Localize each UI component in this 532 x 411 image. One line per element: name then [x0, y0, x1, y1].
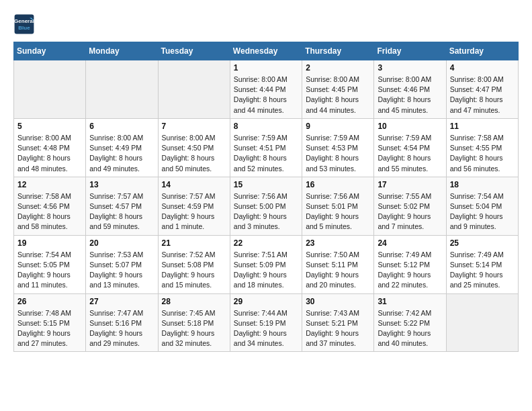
calendar-cell: 27Sunrise: 7:47 AM Sunset: 5:16 PM Dayli…: [86, 293, 158, 352]
day-info: Sunrise: 7:54 AM Sunset: 5:04 PM Dayligh…: [450, 191, 515, 232]
svg-text:General: General: [14, 18, 34, 24]
day-number: 7: [162, 122, 226, 131]
calendar-cell: 5Sunrise: 8:00 AM Sunset: 4:48 PM Daylig…: [14, 118, 86, 177]
day-info: Sunrise: 7:51 AM Sunset: 5:09 PM Dayligh…: [234, 250, 298, 291]
day-info: Sunrise: 7:59 AM Sunset: 4:51 PM Dayligh…: [234, 133, 298, 174]
day-info: Sunrise: 7:57 AM Sunset: 4:59 PM Dayligh…: [162, 191, 226, 232]
day-number: 11: [450, 122, 515, 131]
calendar-table: SundayMondayTuesdayWednesdayThursdayFrid…: [13, 42, 519, 352]
calendar-cell: 16Sunrise: 7:56 AM Sunset: 5:01 PM Dayli…: [302, 177, 374, 235]
day-info: Sunrise: 7:44 AM Sunset: 5:19 PM Dayligh…: [234, 308, 298, 349]
calendar-cell: 23Sunrise: 7:50 AM Sunset: 5:11 PM Dayli…: [302, 235, 374, 293]
day-info: Sunrise: 7:56 AM Sunset: 5:01 PM Dayligh…: [306, 191, 370, 232]
day-number: 6: [89, 122, 154, 131]
calendar-header: SundayMondayTuesdayWednesdayThursdayFrid…: [14, 42, 519, 60]
day-number: 3: [378, 63, 442, 73]
calendar-cell: 1Sunrise: 8:00 AM Sunset: 4:44 PM Daylig…: [230, 60, 302, 119]
day-info: Sunrise: 7:55 AM Sunset: 5:02 PM Dayligh…: [378, 191, 442, 232]
day-header-sunday: Sunday: [14, 42, 86, 60]
day-info: Sunrise: 7:59 AM Sunset: 4:54 PM Dayligh…: [378, 133, 442, 174]
day-number: 31: [378, 297, 442, 306]
day-number: 8: [234, 122, 298, 131]
day-info: Sunrise: 8:00 AM Sunset: 4:47 PM Dayligh…: [450, 75, 515, 116]
calendar-cell: 9Sunrise: 7:59 AM Sunset: 4:53 PM Daylig…: [302, 118, 374, 177]
day-number: 16: [306, 180, 370, 189]
day-header-friday: Friday: [374, 42, 446, 60]
day-number: 13: [89, 180, 154, 189]
day-number: 14: [162, 180, 226, 189]
day-info: Sunrise: 7:58 AM Sunset: 4:56 PM Dayligh…: [17, 191, 82, 232]
day-number: 28: [162, 297, 226, 306]
calendar-cell: 18Sunrise: 7:54 AM Sunset: 5:04 PM Dayli…: [446, 177, 518, 235]
day-number: 18: [450, 180, 515, 189]
calendar-cell: [158, 60, 230, 119]
day-number: 27: [89, 297, 154, 306]
calendar-cell: 24Sunrise: 7:49 AM Sunset: 5:12 PM Dayli…: [374, 235, 446, 293]
week-row-1: 1Sunrise: 8:00 AM Sunset: 4:44 PM Daylig…: [14, 60, 519, 119]
logo-icon: General Blue: [13, 13, 35, 35]
day-info: Sunrise: 8:00 AM Sunset: 4:49 PM Dayligh…: [89, 133, 154, 174]
day-header-saturday: Saturday: [446, 42, 518, 60]
day-info: Sunrise: 7:53 AM Sunset: 5:07 PM Dayligh…: [89, 250, 154, 291]
calendar-cell: 17Sunrise: 7:55 AM Sunset: 5:02 PM Dayli…: [374, 177, 446, 235]
day-info: Sunrise: 8:00 AM Sunset: 4:48 PM Dayligh…: [17, 133, 82, 174]
day-info: Sunrise: 8:00 AM Sunset: 4:50 PM Dayligh…: [162, 133, 226, 174]
week-row-4: 19Sunrise: 7:54 AM Sunset: 5:05 PM Dayli…: [14, 235, 519, 293]
day-info: Sunrise: 7:52 AM Sunset: 5:08 PM Dayligh…: [162, 250, 226, 291]
day-number: 5: [17, 122, 82, 131]
day-info: Sunrise: 8:00 AM Sunset: 4:45 PM Dayligh…: [306, 75, 370, 116]
week-row-3: 12Sunrise: 7:58 AM Sunset: 4:56 PM Dayli…: [14, 177, 519, 235]
calendar-cell: 30Sunrise: 7:43 AM Sunset: 5:21 PM Dayli…: [302, 293, 374, 352]
day-number: 26: [17, 297, 82, 306]
day-info: Sunrise: 8:00 AM Sunset: 4:46 PM Dayligh…: [378, 75, 442, 116]
day-header-monday: Monday: [86, 42, 158, 60]
day-number: 24: [378, 238, 442, 248]
calendar-cell: 22Sunrise: 7:51 AM Sunset: 5:09 PM Dayli…: [230, 235, 302, 293]
svg-text:Blue: Blue: [18, 25, 30, 31]
calendar-cell: 4Sunrise: 8:00 AM Sunset: 4:47 PM Daylig…: [446, 60, 518, 119]
calendar-cell: 25Sunrise: 7:49 AM Sunset: 5:14 PM Dayli…: [446, 235, 518, 293]
day-number: 29: [234, 297, 298, 306]
day-number: 21: [162, 238, 226, 248]
day-info: Sunrise: 7:49 AM Sunset: 5:12 PM Dayligh…: [378, 250, 442, 291]
day-number: 4: [450, 63, 515, 73]
calendar-cell: 14Sunrise: 7:57 AM Sunset: 4:59 PM Dayli…: [158, 177, 230, 235]
day-number: 25: [450, 238, 515, 248]
day-info: Sunrise: 7:50 AM Sunset: 5:11 PM Dayligh…: [306, 250, 370, 291]
day-info: Sunrise: 7:54 AM Sunset: 5:05 PM Dayligh…: [17, 250, 82, 291]
day-number: 17: [378, 180, 442, 189]
day-header-wednesday: Wednesday: [230, 42, 302, 60]
day-info: Sunrise: 7:59 AM Sunset: 4:53 PM Dayligh…: [306, 133, 370, 174]
week-row-2: 5Sunrise: 8:00 AM Sunset: 4:48 PM Daylig…: [14, 118, 519, 177]
day-header-thursday: Thursday: [302, 42, 374, 60]
calendar-cell: 11Sunrise: 7:58 AM Sunset: 4:55 PM Dayli…: [446, 118, 518, 177]
calendar-cell: 8Sunrise: 7:59 AM Sunset: 4:51 PM Daylig…: [230, 118, 302, 177]
calendar-cell: 15Sunrise: 7:56 AM Sunset: 5:00 PM Dayli…: [230, 177, 302, 235]
calendar-cell: [14, 60, 86, 119]
calendar-cell: 6Sunrise: 8:00 AM Sunset: 4:49 PM Daylig…: [86, 118, 158, 177]
day-info: Sunrise: 7:48 AM Sunset: 5:15 PM Dayligh…: [17, 308, 82, 349]
page-header: General Blue: [13, 13, 519, 35]
day-number: 9: [306, 122, 370, 131]
calendar-cell: [86, 60, 158, 119]
day-info: Sunrise: 7:47 AM Sunset: 5:16 PM Dayligh…: [89, 308, 154, 349]
calendar-cell: 3Sunrise: 8:00 AM Sunset: 4:46 PM Daylig…: [374, 60, 446, 119]
day-number: 19: [17, 238, 82, 248]
day-number: 20: [89, 238, 154, 248]
day-number: 12: [17, 180, 82, 189]
day-info: Sunrise: 8:00 AM Sunset: 4:44 PM Dayligh…: [234, 75, 298, 116]
day-headers-row: SundayMondayTuesdayWednesdayThursdayFrid…: [14, 42, 519, 60]
day-number: 23: [306, 238, 370, 248]
day-info: Sunrise: 7:43 AM Sunset: 5:21 PM Dayligh…: [306, 308, 370, 349]
week-row-5: 26Sunrise: 7:48 AM Sunset: 5:15 PM Dayli…: [14, 293, 519, 352]
day-info: Sunrise: 7:57 AM Sunset: 4:57 PM Dayligh…: [89, 191, 154, 232]
day-number: 15: [234, 180, 298, 189]
calendar-cell: 20Sunrise: 7:53 AM Sunset: 5:07 PM Dayli…: [86, 235, 158, 293]
calendar-cell: 31Sunrise: 7:42 AM Sunset: 5:22 PM Dayli…: [374, 293, 446, 352]
calendar-cell: 19Sunrise: 7:54 AM Sunset: 5:05 PM Dayli…: [14, 235, 86, 293]
day-number: 2: [306, 63, 370, 73]
day-number: 10: [378, 122, 442, 131]
calendar-cell: 28Sunrise: 7:45 AM Sunset: 5:18 PM Dayli…: [158, 293, 230, 352]
calendar-cell: 12Sunrise: 7:58 AM Sunset: 4:56 PM Dayli…: [14, 177, 86, 235]
day-number: 1: [234, 63, 298, 73]
